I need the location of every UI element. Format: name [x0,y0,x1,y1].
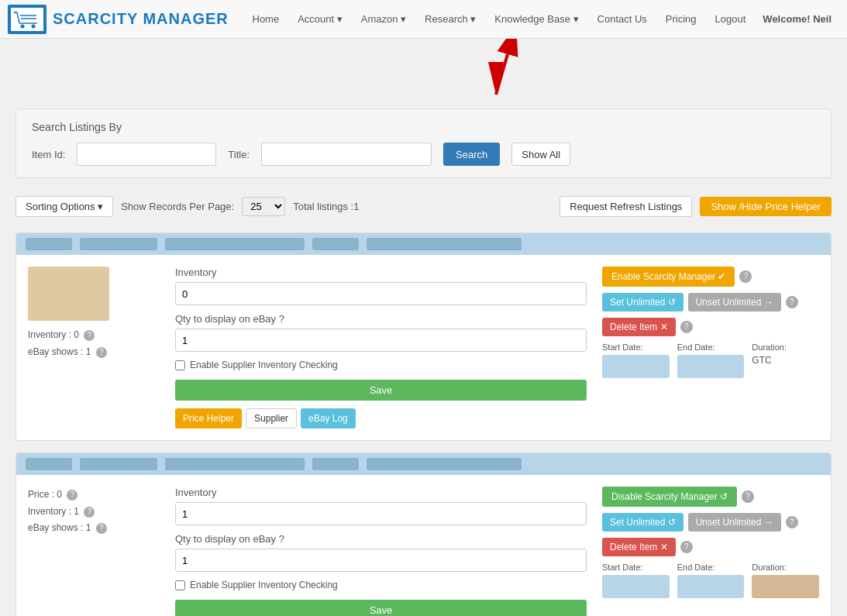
qty-input-2[interactable] [175,549,587,572]
svg-point-9 [32,24,36,28]
supplier-check-row-1: Enable Supplier Inventory Checking [175,360,587,370]
save-button-2[interactable]: Save [175,600,587,616]
supplier-check-row-2: Enable Supplier Inventory Checking [175,580,587,590]
nav-amazon[interactable]: Amazon ▾ [352,0,415,39]
date-row-1: Start Date: End Date: Duration: GTC [602,342,819,378]
enable-scarcity-button-1[interactable]: Enable Scarcity Manager ✔ [602,267,735,287]
save-button-1[interactable]: Save [175,380,587,401]
set-unlimited-button-2[interactable]: Set Unlimited ↺ [602,513,683,532]
nav-home[interactable]: Home [243,0,289,39]
listing-card-1-body: Inventory : 0 ? eBay shows : 1 ? Invento… [16,255,831,440]
inventory-field-label-1: Inventory [175,267,587,278]
delete-help-2[interactable]: ? [680,541,693,553]
search-panel-title: Search Listings By [32,121,815,133]
price-help-icon-2[interactable]: ? [67,490,77,501]
svg-rect-1 [10,7,44,32]
delete-button-2[interactable]: Delete Item ✕ [602,538,676,556]
sorting-options-button[interactable]: Sorting Options ▾ [15,196,113,217]
price-helper-button-1[interactable]: Price Helper [175,408,242,428]
header-block-2 [80,238,157,250]
header-block-4 [312,238,359,250]
title-input[interactable] [261,143,432,166]
header2-block-5 [367,458,522,470]
header2-block-1 [26,458,72,470]
nav-logout[interactable]: Logout [706,0,756,39]
delete-help-1[interactable]: ? [680,321,693,333]
brand-logo[interactable]: SCARCITY MANAGER [8,5,229,34]
unlimited-help-2[interactable]: ? [786,516,798,528]
unset-unlimited-button-2[interactable]: Unset Unlimited → [688,513,781,532]
set-unlimited-button-1[interactable]: Set Unlimited ↺ [602,293,683,311]
inventory-help-icon-2[interactable]: ? [84,507,95,518]
username: Neil [813,13,832,25]
start-date-col-2: Start Date: [602,563,670,598]
inventory-input-1[interactable] [175,282,587,305]
duration-col-1: Duration: GTC [752,342,819,378]
listing-1-ebay-shows: eBay shows : 1 ? [28,344,160,361]
scarcity-help-2[interactable]: ? [742,490,754,503]
refresh-button[interactable]: Request Refresh Listings [560,196,692,217]
price-helper-toggle-button[interactable]: Show /Hide Price Helper [700,197,832,216]
end-date-box-2 [677,575,745,598]
search-row: Item Id: Title: Search Show All [32,143,815,166]
nav-contact-us[interactable]: Contact Us [588,0,656,39]
ebay-shows-help-icon-2[interactable]: ? [96,523,107,534]
end-date-col-2: End Date: [677,563,745,598]
qty-field-label-1: Qty to display on eBay ? [175,313,587,325]
unlimited-row-1: Set Unlimited ↺ Unset Unlimited → ? [602,293,819,311]
end-date-label-1: End Date: [677,342,745,352]
records-per-page-select[interactable]: 10 25 50 100 [242,197,285,216]
title-label: Title: [228,149,250,160]
listing-1-image [28,267,109,321]
inventory-field-label-2: Inventory [175,487,587,498]
inventory-input-2[interactable] [175,502,587,525]
svg-line-11 [496,54,508,95]
nav-knowledge-base[interactable]: Knowledge Base ▾ [485,0,587,39]
header2-block-2 [80,458,157,470]
qty-help-icon-1[interactable]: ? [279,313,284,325]
listing-card-2-body: Price : 0 ? Inventory : 1 ? eBay shows :… [16,475,831,616]
nav-pricing[interactable]: Pricing [656,0,706,39]
delete-row-1: Delete Item ✕ ? [602,318,819,336]
ebay-shows-help-icon-1[interactable]: ? [96,347,107,358]
show-all-button[interactable]: Show All [511,143,570,166]
duration-col-2: Duration: [752,563,819,598]
item-id-input[interactable] [77,143,216,166]
delete-button-1[interactable]: Delete Item ✕ [602,318,676,336]
inventory-help-icon-1[interactable]: ? [84,330,95,341]
nav-links: Home Account ▾ Amazon ▾ Research ▾ Knowl… [243,0,756,39]
listing-1-info: Inventory : 0 ? eBay shows : 1 ? [28,327,160,360]
start-date-label-2: Start Date: [602,563,670,572]
supplier-checkbox-1[interactable] [175,360,185,370]
start-date-box-2 [602,575,670,598]
nav-account[interactable]: Account ▾ [288,0,352,39]
listing-1-inventory-info: Inventory : 0 ? [28,327,160,344]
listing-2-info: Price : 0 ? Inventory : 1 ? eBay shows :… [28,487,160,537]
disable-scarcity-button-2[interactable]: Disable Scarcity Manager ↺ [602,487,737,507]
listing-card-2: Price : 0 ? Inventory : 1 ? eBay shows :… [15,453,832,616]
ebay-log-button-1[interactable]: eBay Log [301,408,356,428]
svg-point-8 [21,24,25,28]
supplier-checkbox-2[interactable] [175,580,185,590]
scarcity-help-1[interactable]: ? [739,270,752,283]
header-block-5 [367,238,522,250]
listing-2-inventory-info: Inventory : 1 ? [28,504,160,521]
duration-box-2 [752,575,819,598]
qty-input-1[interactable] [175,329,587,352]
search-button[interactable]: Search [443,143,500,166]
duration-label-2: Duration: [752,563,819,572]
records-per-page-label: Show Records Per Page: [121,201,234,212]
total-listings: Total listings :1 [293,201,552,212]
listing-card-1-header [16,233,831,255]
header-block-1 [26,238,72,250]
arrow-annotation [0,39,847,97]
unset-unlimited-button-1[interactable]: Unset Unlimited → [688,293,781,311]
supplier-button-1[interactable]: Supplier [246,408,297,428]
duration-value-1: GTC [752,355,819,366]
svg-marker-12 [488,62,504,95]
qty-help-icon-2[interactable]: ? [279,533,284,545]
unlimited-help-1[interactable]: ? [786,296,798,308]
listing-1-left: Inventory : 0 ? eBay shows : 1 ? [28,267,160,428]
nav-research[interactable]: Research ▾ [415,0,485,39]
duration-label-1: Duration: [752,342,819,352]
